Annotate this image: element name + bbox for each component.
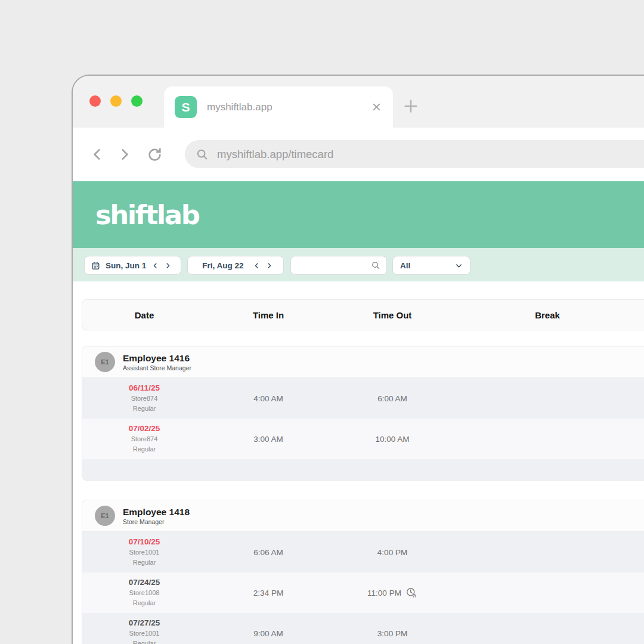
browser-window: S myshiftlab.app myshiftlab.app/timecard — [72, 75, 644, 644]
tab-strip: S myshiftlab.app — [73, 76, 644, 128]
row-shift-type: Regular — [82, 404, 206, 414]
row-date: 07/02/25 — [82, 424, 206, 433]
row-time-in: 2:34 PM — [206, 589, 330, 597]
search-icon[interactable] — [371, 261, 380, 270]
row-time-out-value: 6:00 AM — [377, 394, 407, 403]
reload-icon[interactable] — [147, 147, 163, 163]
row-store: Store1001 — [82, 547, 206, 558]
row-time-in: 3:00 AM — [206, 435, 330, 444]
row-store: Store874 — [82, 434, 206, 444]
start-date-next-icon[interactable] — [162, 261, 174, 271]
employee-rows: 06/11/25 Store874 Regular 4:00 AM 6:00 A… — [82, 378, 644, 480]
url-bar[interactable]: myshiftlab.app/timecard — [185, 140, 644, 168]
employee-name: Employee 1418 — [123, 506, 190, 518]
shiftlab-logo: shiftlab — [95, 199, 199, 231]
site-favicon: S — [175, 96, 197, 118]
timecard-content: Date Time In Time Out Break E1 Employee … — [73, 281, 644, 644]
employee-filter-select[interactable]: All — [392, 256, 470, 275]
timecard-row[interactable]: 07/10/25 Store1001 Regular 6:06 AM 4:00 … — [82, 532, 644, 572]
row-date: 06/11/25 — [82, 383, 206, 392]
window-close-dot[interactable] — [89, 95, 101, 107]
row-time-in: 6:06 AM — [206, 548, 330, 557]
url-search-icon — [196, 148, 209, 161]
app-header: shiftlab — [73, 181, 644, 248]
filter-bar: Sun, Jun 1 Fri, Aug 22 All — [73, 248, 644, 281]
employee-avatar: E1 — [95, 506, 115, 526]
timecard-row[interactable]: 07/27/25 Store1001 Regular 9:00 AM 3:00 … — [82, 613, 644, 644]
employee-card: E1 Employee 1416 Assistant Store Manager… — [82, 346, 644, 481]
search-input[interactable] — [297, 261, 371, 270]
empty-row-strip — [82, 459, 644, 480]
row-time-in: 4:00 AM — [206, 394, 330, 403]
employee-card: E1 Employee 1418 Store Manager 07/10/25 … — [82, 500, 644, 644]
row-date: 07/27/25 — [82, 618, 206, 627]
browser-tab[interactable]: S myshiftlab.app — [164, 86, 393, 128]
employee-list: E1 Employee 1416 Assistant Store Manager… — [82, 346, 644, 644]
row-time-out-value: 10:00 AM — [375, 435, 409, 444]
row-store: Store874 — [82, 394, 206, 404]
row-shift-type: Regular — [82, 444, 206, 454]
browser-navbar: myshiftlab.app/timecard — [73, 128, 644, 181]
back-icon[interactable] — [89, 147, 105, 162]
end-date-label: Fri, Aug 22 — [196, 261, 250, 270]
row-store: Store1001 — [82, 628, 206, 639]
calendar-icon — [91, 261, 100, 270]
row-time-out-value: 11:00 PM — [367, 589, 401, 597]
employee-role: Assistant Store Manager — [123, 364, 191, 371]
row-shift-type: Regular — [82, 639, 206, 644]
tab-title: myshiftlab.app — [207, 101, 371, 113]
end-date-next-icon[interactable] — [263, 261, 275, 271]
start-date-label: Sun, Jun 1 — [106, 261, 149, 270]
start-date-prev-icon[interactable] — [149, 261, 162, 271]
svg-text:A: A — [413, 593, 416, 599]
end-date-picker[interactable]: Fri, Aug 22 — [187, 256, 284, 275]
employee-filter-value: All — [400, 261, 455, 270]
row-time-out-value: 3:00 PM — [377, 629, 407, 638]
employee-avatar: E1 — [95, 352, 115, 372]
row-shift-type: Regular — [82, 598, 206, 608]
employee-name: Employee 1416 — [123, 352, 191, 364]
row-date: 07/24/25 — [82, 578, 206, 587]
employee-group-header: E1 Employee 1418 Store Manager — [82, 500, 644, 532]
employee-group-header: E1 Employee 1416 Assistant Store Manager — [82, 346, 644, 378]
search-field — [290, 256, 387, 275]
column-header-time-in: Time In — [206, 310, 330, 320]
timecard-row[interactable]: 07/24/25 Store1008 Regular 2:34 PM 11:00… — [82, 572, 644, 613]
window-minimize-dot[interactable] — [110, 95, 122, 107]
row-date: 07/10/25 — [82, 537, 206, 546]
column-header-time-out: Time Out — [330, 310, 454, 320]
end-date-prev-icon[interactable] — [250, 261, 263, 271]
chevron-down-icon — [455, 262, 463, 270]
column-header-date: Date — [82, 310, 206, 320]
timecard-row[interactable]: 07/02/25 Store874 Regular 3:00 AM 10:00 … — [82, 419, 644, 459]
url-text: myshiftlab.app/timecard — [217, 148, 333, 161]
tab-close-icon[interactable] — [371, 101, 382, 113]
row-shift-type: Regular — [82, 558, 206, 568]
new-tab-icon[interactable] — [402, 97, 420, 115]
employee-rows: 07/10/25 Store1001 Regular 6:06 AM 4:00 … — [82, 532, 644, 644]
column-header-break: Break — [454, 310, 640, 320]
timecard-row[interactable]: 06/11/25 Store874 Regular 4:00 AM 6:00 A… — [82, 378, 644, 419]
start-date-picker[interactable]: Sun, Jun 1 — [84, 256, 181, 275]
row-time-in: 9:00 AM — [206, 629, 330, 638]
auto-clock-icon: A — [405, 587, 417, 599]
window-maximize-dot[interactable] — [131, 95, 143, 107]
employee-role: Store Manager — [123, 518, 190, 525]
row-store: Store1008 — [82, 588, 206, 598]
table-header-row: Date Time In Time Out Break — [82, 299, 644, 330]
row-time-out-value: 4:00 PM — [377, 548, 407, 557]
forward-icon[interactable] — [117, 147, 132, 162]
